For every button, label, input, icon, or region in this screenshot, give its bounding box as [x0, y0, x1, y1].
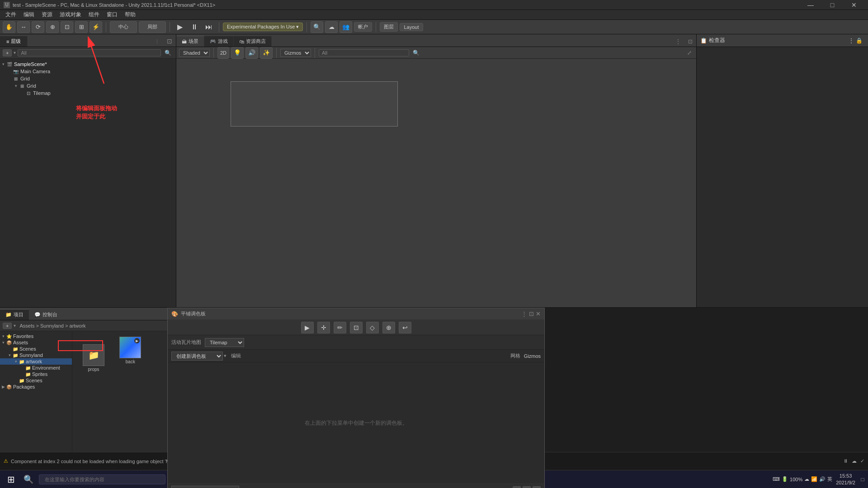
custom-tool[interactable]: ⚡: [90, 21, 102, 33]
scenes-sub-item[interactable]: 📁 Scenes: [0, 377, 72, 384]
space-btn[interactable]: 局部: [139, 21, 166, 33]
tile-palette-max-btn[interactable]: ⊡: [529, 310, 534, 317]
assets-icon: 📦: [6, 340, 12, 345]
scene-light-btn[interactable]: 💡: [231, 47, 244, 59]
scene-tab[interactable]: 🏔 场景: [176, 36, 204, 47]
cloud-btn[interactable]: ☁: [325, 21, 338, 33]
hierarchy-add-button[interactable]: +: [3, 49, 12, 56]
start-button[interactable]: ⊞: [2, 470, 20, 488]
close-button[interactable]: ✕: [844, 0, 864, 10]
transform-tool[interactable]: ⊞: [75, 21, 88, 33]
taskbar-search-input[interactable]: [39, 474, 165, 484]
hierarchy-search-input[interactable]: All: [18, 49, 161, 56]
pause-button[interactable]: ⏸: [188, 21, 201, 33]
hierarchy-tab-menu[interactable]: ⋮: [151, 37, 163, 47]
brush-settings-btn[interactable]: ⚙: [513, 486, 521, 488]
palette-erase-tool[interactable]: ↩: [399, 322, 411, 333]
scene-search-icon[interactable]: 🔍: [411, 49, 421, 56]
tilemap-item[interactable]: ⊡ Tilemap: [0, 89, 176, 97]
tile-palette-close-btn[interactable]: ✕: [536, 310, 541, 317]
create-palette-select[interactable]: 创建新调色板: [171, 352, 223, 361]
grid-item-1[interactable]: ⊞ Grid: [0, 75, 176, 82]
hierarchy-panel-menu[interactable]: ⊡: [163, 36, 176, 47]
rotate-tool[interactable]: ⟳: [32, 21, 44, 33]
tile-palette-menu-btn[interactable]: ⋮: [521, 310, 527, 317]
scene-panel-max[interactable]: ⊡: [684, 37, 696, 47]
sprites-item[interactable]: 📁 Sprites: [0, 371, 72, 377]
account-button[interactable]: 帐户: [354, 22, 372, 32]
palette-box-tool[interactable]: ⊡: [350, 322, 363, 333]
2d-toggle[interactable]: 2D: [217, 47, 229, 59]
brush-scroll-up[interactable]: ▲: [523, 486, 531, 488]
scene-audio-btn[interactable]: 🔊: [245, 47, 258, 59]
menu-component[interactable]: 组件: [85, 10, 103, 19]
clock-date: 2021/9/2: [836, 479, 855, 486]
main-camera-item[interactable]: 📷 Main Camera: [0, 68, 176, 75]
palette-move-tool[interactable]: ✛: [317, 322, 330, 333]
layout-button[interactable]: Layout: [400, 23, 423, 31]
scale-tool[interactable]: ⊕: [46, 21, 59, 33]
project-tab[interactable]: 📁 项目: [0, 309, 29, 320]
move-tool[interactable]: ↔: [17, 21, 30, 33]
file-props[interactable]: 📁 props: [78, 344, 109, 372]
menu-edit[interactable]: 编辑: [20, 10, 38, 19]
inspector-panel-lock[interactable]: 🔒: [854, 38, 864, 44]
pivot-btn[interactable]: 中心: [110, 21, 137, 33]
brush-scroll-down[interactable]: ▼: [533, 486, 541, 488]
camera-label: Main Camera: [20, 69, 50, 74]
menu-window[interactable]: 窗口: [103, 10, 121, 19]
game-tab[interactable]: 🎮 游戏: [204, 36, 234, 47]
tilemap-selector[interactable]: Tilemap: [205, 338, 244, 347]
scene-panel-menu[interactable]: ⋮: [672, 37, 684, 47]
menu-help[interactable]: 帮助: [121, 10, 139, 19]
layers-button[interactable]: 图层: [380, 22, 398, 32]
search-btn[interactable]: 🔍: [311, 21, 323, 33]
window-controls[interactable]: — □ ✕: [800, 0, 864, 10]
play-button[interactable]: ▶: [174, 21, 186, 33]
notification-btn[interactable]: □: [859, 476, 866, 483]
palette-paint-tool[interactable]: ✏: [334, 322, 346, 333]
taskbar-search-icon[interactable]: 🔍: [20, 474, 37, 484]
packages-item[interactable]: ▶ 📦 Packages: [0, 384, 72, 390]
taskbar-right: ⌨ 🔋 100% ☁ 📶 🔊 英 15:53 2021/9/2 □: [773, 473, 866, 486]
grid-item-2[interactable]: ▾ ⊞ Grid: [0, 82, 176, 89]
experimental-packages-btn[interactable]: Experimental Packages In Use ▾: [223, 23, 303, 31]
menu-gameobject[interactable]: 游戏对象: [56, 10, 85, 19]
artwork-item[interactable]: ▾ 📁 artwork: [0, 358, 72, 365]
gizmos-select[interactable]: Gizmos: [280, 49, 311, 57]
palette-fill-tool[interactable]: ⊕: [382, 322, 395, 333]
favorites-item[interactable]: ▾ ⭐ Favorites: [0, 333, 72, 339]
collab-btn[interactable]: 👥: [340, 21, 352, 33]
menu-file[interactable]: 文件: [2, 10, 20, 19]
sunnyland-item[interactable]: ▾ 📁 Sunnyland: [0, 352, 72, 358]
scene-item[interactable]: ▾ 🎬 SampleScene*: [0, 61, 176, 68]
hierarchy-tab[interactable]: ≡ 层级: [0, 36, 28, 47]
tile-palette-edit-btn[interactable]: 编辑: [227, 352, 245, 359]
palette-select-tool[interactable]: ▶: [301, 322, 314, 333]
palette-pick-tool[interactable]: ◇: [366, 322, 379, 333]
minimize-button[interactable]: —: [800, 0, 821, 10]
inspector-panel-menu[interactable]: ⋮: [849, 38, 854, 44]
asset-store-tab[interactable]: 🛍 资源商店: [234, 36, 272, 47]
active-tilemap-label: 活动瓦片地图: [171, 339, 201, 346]
step-button[interactable]: ⏭: [203, 21, 215, 33]
shading-select[interactable]: Shaded: [179, 49, 210, 57]
file-back[interactable]: ▶ back: [114, 337, 146, 364]
brush-select[interactable]: Default Brush: [171, 486, 239, 488]
rect-tool[interactable]: ⊡: [61, 21, 73, 33]
scenes-item[interactable]: 📁 Scenes: [0, 346, 72, 352]
sep-scene-3: [315, 48, 315, 58]
scene-fx-btn[interactable]: ✨: [260, 47, 273, 59]
menu-assets[interactable]: 资源: [38, 10, 56, 19]
hand-tool[interactable]: ✋: [3, 21, 15, 33]
scene-search-box[interactable]: All: [319, 49, 409, 56]
tile-palette-toolbar: ▶ ✛ ✏ ⊡ ◇ ⊕ ↩: [168, 320, 544, 335]
scene-toolbar: Shaded 2D 💡 🔊 ✨ Gizmos All 🔍 ⤢: [176, 47, 696, 59]
hierarchy-search-btn[interactable]: 🔍: [163, 49, 173, 56]
assets-item[interactable]: ▾ 📦 Assets: [0, 339, 72, 346]
project-add-button[interactable]: +: [3, 323, 12, 329]
scene-expand-btn[interactable]: ⤢: [685, 49, 693, 56]
console-tab[interactable]: 💬 控制台: [29, 310, 63, 320]
environment-item[interactable]: 📁 Environment: [0, 365, 72, 371]
maximize-button[interactable]: □: [822, 0, 843, 10]
